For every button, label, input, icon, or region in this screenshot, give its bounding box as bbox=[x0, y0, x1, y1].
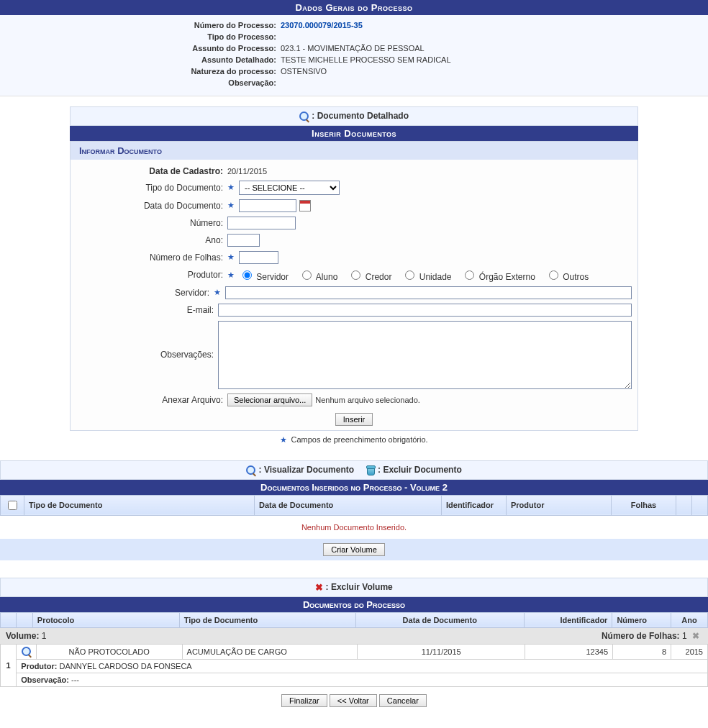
numero-folhas-label: Número de Folhas: bbox=[76, 252, 227, 263]
numero-folhas-input[interactable] bbox=[239, 251, 278, 264]
volume-value: 1 bbox=[42, 631, 47, 641]
anexar-arquivo-label: Anexar Arquivo: bbox=[76, 395, 227, 405]
row-protocolo: NÃO PROTOCOLADO bbox=[36, 644, 182, 659]
produtor-orgao-radio[interactable] bbox=[465, 270, 474, 280]
table-row-produtor: Produtor: DANNYEL CARDOSO DA FONSECA bbox=[1, 660, 708, 673]
row-numero: 8 bbox=[613, 644, 671, 659]
row-produtor-value: DANNYEL CARDOSO DA FONSECA bbox=[59, 662, 191, 670]
volume-row: Volume: 1 Número de Folhas: 1 ✖ bbox=[0, 628, 708, 644]
legend-excluir-text: : Excluir Documento bbox=[378, 465, 462, 475]
assunto-processo-value: 023.1 - MOVIMENTAÇÃO DE PESSOAL bbox=[281, 44, 701, 53]
required-star: ★ bbox=[214, 288, 221, 297]
natureza-value: OSTENSIVO bbox=[281, 67, 701, 76]
no-docs-message: Nenhum Documento Inserido. bbox=[0, 516, 708, 539]
row-ident: 12345 bbox=[525, 644, 613, 659]
numero-processo-value: 23070.000079/2015-35 bbox=[281, 21, 701, 29]
email-label: E-mail: bbox=[76, 305, 218, 315]
col-protocolo: Protocolo bbox=[32, 612, 179, 627]
observacao-value bbox=[281, 78, 701, 87]
informar-documento-header: Informar Documento bbox=[71, 142, 637, 160]
ano-input[interactable] bbox=[227, 234, 260, 247]
data-documento-label: Data do Documento: bbox=[76, 201, 227, 211]
servidor-input[interactable] bbox=[225, 286, 632, 299]
observacoes-textarea[interactable] bbox=[218, 321, 632, 389]
numero-input[interactable] bbox=[227, 217, 296, 229]
row-tipo: ACUMULAÇÃO DE CARGO bbox=[182, 644, 357, 659]
produtor-outros-option[interactable]: Outros bbox=[545, 268, 589, 282]
finalizar-button[interactable]: Finalizar bbox=[281, 694, 327, 707]
produtor-outros-radio[interactable] bbox=[549, 270, 558, 280]
col-produtor: Produtor bbox=[507, 495, 612, 515]
criar-volume-button[interactable]: Criar Volume bbox=[323, 543, 385, 556]
x-icon: ✖ bbox=[315, 582, 323, 593]
tipo-processo-label: Tipo do Processo: bbox=[7, 32, 281, 41]
ano-label: Ano: bbox=[76, 235, 227, 245]
col-identificador: Identificador bbox=[525, 612, 612, 627]
produtor-aluno-radio[interactable] bbox=[302, 270, 312, 280]
legend-excluir-volume: ✖ : Excluir Volume bbox=[0, 578, 708, 597]
tipo-documento-select[interactable]: -- SELECIONE -- bbox=[239, 181, 340, 195]
process-info-block: Número do Processo: 23070.000079/2015-35… bbox=[0, 15, 708, 96]
cancelar-button[interactable]: Cancelar bbox=[379, 694, 427, 707]
natureza-label: Natureza do processo: bbox=[7, 67, 281, 76]
required-star: ★ bbox=[227, 270, 235, 280]
calendar-icon[interactable] bbox=[299, 200, 311, 211]
produtor-label: Produtor: bbox=[76, 270, 227, 280]
email-input[interactable] bbox=[218, 304, 632, 317]
view-doc-icon[interactable] bbox=[22, 647, 32, 657]
numero-label: Número: bbox=[76, 218, 227, 228]
produtor-servidor-radio[interactable] bbox=[242, 270, 252, 280]
produtor-credor-option[interactable]: Credor bbox=[348, 268, 391, 282]
col-identificador: Identificador bbox=[442, 495, 507, 515]
required-star: ★ bbox=[227, 252, 235, 262]
assunto-detalhado-value: TESTE MICHELLE PROCESSO SEM RADICAL bbox=[281, 55, 701, 64]
row-produtor-label: Produtor: bbox=[21, 662, 57, 670]
magnifier-icon bbox=[246, 465, 256, 476]
col-numero: Número bbox=[612, 612, 671, 627]
delete-volume-icon[interactable]: ✖ bbox=[689, 631, 702, 641]
trash-icon bbox=[366, 465, 376, 476]
docs-inseridos-header: Documentos Inseridos no Processo - Volum… bbox=[0, 480, 708, 495]
table-row: 1 NÃO PROTOCOLADO ACUMULAÇÃO DE CARGO 11… bbox=[1, 644, 708, 659]
col-tipo-documento: Tipo de Documento bbox=[179, 612, 355, 627]
legend-doc-detalhado-text: : Documento Detalhado bbox=[312, 111, 409, 121]
col-folhas: Folhas bbox=[612, 495, 676, 515]
assunto-detalhado-label: Assunto Detalhado: bbox=[7, 55, 281, 64]
folhas-value: 1 bbox=[682, 631, 687, 641]
row-obs-label: Observação: bbox=[21, 675, 69, 684]
servidor-label: Servidor: bbox=[76, 288, 214, 298]
required-star: ★ bbox=[227, 183, 235, 192]
select-all-checkbox[interactable] bbox=[8, 501, 17, 510]
produtor-credor-radio[interactable] bbox=[351, 270, 360, 280]
observacao-label: Observação: bbox=[7, 78, 281, 87]
produtor-unidade-option[interactable]: Unidade bbox=[401, 268, 451, 282]
col-tipo-documento: Tipo de Documento bbox=[24, 495, 255, 515]
docs-inseridos-table: Tipo de Documento Data de Documento Iden… bbox=[0, 495, 708, 516]
voltar-button[interactable]: << Voltar bbox=[330, 694, 377, 707]
produtor-unidade-radio[interactable] bbox=[405, 270, 414, 280]
volume-label: Volume: bbox=[6, 631, 39, 641]
no-file-text: Nenhum arquivo selecionado. bbox=[315, 396, 420, 404]
docs-processo-table: Protocolo Tipo de Documento Data de Docu… bbox=[0, 612, 708, 628]
produtor-servidor-option[interactable]: Servidor bbox=[239, 268, 289, 282]
row-ano: 2015 bbox=[671, 644, 708, 659]
data-documento-input[interactable] bbox=[239, 199, 296, 212]
col-ano: Ano bbox=[671, 612, 707, 627]
selecionar-arquivo-button[interactable]: Selecionar arquivo... bbox=[227, 393, 312, 406]
numero-processo-label: Número do Processo: bbox=[7, 21, 281, 29]
data-cadastro-value: 20/11/2015 bbox=[227, 167, 632, 176]
legend-visualizar-excluir: : Visualizar Documento : Excluir Documen… bbox=[0, 460, 708, 480]
assunto-processo-label: Assunto do Processo: bbox=[7, 44, 281, 53]
docs-processo-rows: 1 NÃO PROTOCOLADO ACUMULAÇÃO DE CARGO 11… bbox=[0, 644, 708, 687]
magnifier-icon bbox=[299, 112, 309, 122]
produtor-aluno-option[interactable]: Aluno bbox=[299, 268, 337, 282]
inserir-button[interactable]: Inserir bbox=[335, 413, 373, 426]
table-row-observacao: Observação: --- bbox=[1, 673, 708, 687]
required-star: ★ bbox=[227, 201, 235, 210]
col-data-documento: Data de Documento bbox=[355, 612, 525, 627]
legend-visualizar-text: : Visualizar Documento bbox=[259, 465, 354, 475]
inserir-documentos-header: Inserir Documentos bbox=[70, 126, 638, 141]
produtor-orgao-option[interactable]: Órgão Externo bbox=[461, 268, 535, 282]
legend-doc-detalhado: : Documento Detalhado bbox=[70, 106, 638, 126]
row-data: 11/11/2015 bbox=[358, 644, 525, 659]
